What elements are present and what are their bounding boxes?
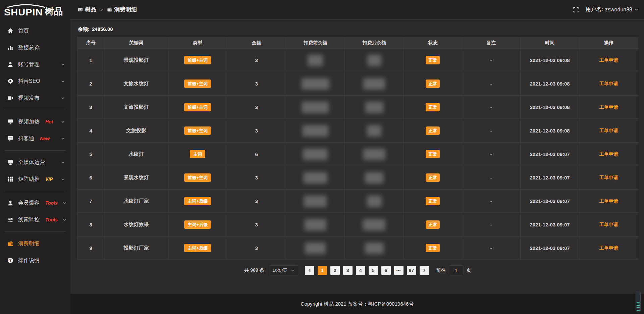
type-badge: 前缀+主词: [184, 103, 211, 111]
breadcrumb-root-label: 树品: [85, 6, 96, 13]
type-badge: 主词+后缀: [184, 220, 211, 229]
user-icon: [7, 61, 13, 67]
app-square-icon: [78, 7, 83, 12]
work-order-link[interactable]: 工单申请: [599, 57, 618, 63]
sidebar-item-badge: Tools: [45, 217, 58, 222]
cell-pre-balance: [286, 166, 345, 190]
table-row: 3 文旅投影灯 前缀+主词 3 正常 - 2021-12-03 09:08 工单…: [77, 96, 638, 119]
grid-icon: [7, 176, 13, 182]
sidebar-item-account-manage[interactable]: 账号管理: [0, 56, 70, 73]
breadcrumb-root[interactable]: 树品: [78, 6, 96, 13]
work-order-link[interactable]: 工单申请: [599, 198, 618, 204]
sidebar-item-data-overview[interactable]: 数据总览: [0, 39, 70, 56]
goto-page-input[interactable]: [449, 265, 464, 275]
sidebar-item-home[interactable]: 首页: [0, 22, 70, 39]
chevron-down-icon: [62, 218, 67, 222]
cell-time: 2021-12-03 09:07: [520, 213, 579, 237]
cell-time: 2021-12-03 09:07: [520, 166, 579, 190]
masked-value: [302, 102, 329, 113]
masked-value: [308, 55, 323, 66]
page-button[interactable]: 4: [356, 266, 365, 275]
page-button[interactable]: 97: [407, 266, 416, 275]
cell-keyword: 景观水纹灯: [104, 166, 168, 190]
cell-keyword: 景观投影灯: [104, 49, 168, 72]
page-button-active[interactable]: 1: [318, 266, 327, 275]
sidebar-item-label: 抖客通: [18, 135, 34, 142]
sidebar-item-label: 会员爆客: [18, 200, 40, 207]
sidebar-item-consume-detail[interactable]: 消费明细: [0, 235, 70, 252]
chat-icon: [7, 136, 13, 142]
content: 余额: 24856.00 序号关键词类型金额扣费前余额扣费后余额状态备注时间操作…: [70, 26, 644, 275]
breadcrumb-current[interactable]: 消费明细: [107, 6, 137, 13]
sidebar-item-member-baoke[interactable]: 会员爆客 Tools: [0, 195, 70, 211]
masked-value: [365, 243, 384, 254]
breadcrumb-current-label: 消费明细: [114, 6, 137, 13]
cell-amount: 3: [227, 190, 286, 213]
status-badge: 正常: [426, 150, 440, 158]
type-badge: 前缀+主词: [184, 126, 211, 135]
table-row: 8 水纹灯效果 主词+后缀 3 正常 - 2021-12-03 09:07 工单…: [77, 213, 638, 237]
app-logo[interactable]: SHUPIN 树品: [0, 0, 70, 19]
cell-keyword: 水纹灯厂家: [104, 190, 168, 213]
sidebar-item-clue-monitor[interactable]: 线索监控 Tools: [0, 211, 70, 228]
member-icon: [7, 200, 13, 206]
consumption-table: 序号关键词类型金额扣费前余额扣费后余额状态备注时间操作 1 景观投影灯 前缀+主…: [77, 37, 638, 260]
work-order-link[interactable]: 工单申请: [599, 245, 618, 251]
home-icon: [7, 28, 13, 34]
sidebar-item-video-heat[interactable]: 视频加热 Hot: [0, 113, 70, 130]
pagination: 共 969 条 10条/页 123456•••97 前往 页: [77, 265, 638, 275]
cell-post-balance: [345, 237, 404, 260]
column-header: 备注: [462, 37, 520, 49]
more-pages-button[interactable]: •••: [394, 266, 404, 275]
page-button[interactable]: 3: [343, 266, 353, 275]
sidebar-item-label: 抖音SEO: [18, 78, 40, 85]
sidebar-item-label: 数据总览: [18, 44, 40, 51]
masked-value: [302, 78, 329, 90]
floating-widget[interactable]: [636, 291, 641, 312]
next-page-button[interactable]: [420, 266, 429, 275]
chevron-down-icon: [61, 79, 65, 84]
user-menu[interactable]: 用户名: zswodun88: [586, 6, 639, 13]
work-order-link[interactable]: 工单申请: [599, 175, 618, 180]
column-header: 时间: [520, 37, 579, 49]
cell-index: 5: [77, 143, 104, 166]
page-button[interactable]: 6: [381, 266, 391, 275]
cell-remark: -: [462, 213, 520, 237]
column-header: 状态: [404, 37, 462, 49]
sidebar-item-label: 账号管理: [18, 61, 40, 68]
work-order-link[interactable]: 工单申请: [599, 81, 618, 86]
cell-post-balance: [345, 49, 404, 72]
cell-post-balance: [345, 166, 404, 190]
sidebar-item-douyin-seo[interactable]: 抖音SEO: [0, 73, 70, 90]
type-badge: 前缀+主词: [184, 56, 211, 64]
masked-value: [363, 78, 385, 90]
cell-amount: 3: [227, 72, 286, 96]
page-button[interactable]: 5: [369, 266, 378, 275]
prev-page-button[interactable]: [305, 266, 314, 275]
masked-value: [367, 196, 382, 207]
cell-keyword: 水纹灯效果: [104, 213, 168, 237]
goto-label: 前往: [436, 267, 446, 273]
page-size-select[interactable]: 10条/页: [269, 265, 298, 275]
sidebar-item-label: 消费明细: [18, 240, 40, 247]
screen-icon: [7, 119, 13, 125]
cell-index: 1: [77, 49, 104, 72]
sidebar-item-instructions[interactable]: ? 操作说明: [0, 252, 70, 269]
sidebar-item-video-publish[interactable]: 视频发布: [0, 90, 70, 106]
work-order-link[interactable]: 工单申请: [599, 222, 618, 227]
work-order-link[interactable]: 工单申请: [599, 128, 618, 133]
work-order-link[interactable]: 工单申请: [599, 151, 618, 157]
fullscreen-icon[interactable]: [573, 7, 579, 13]
cell-index: 4: [77, 119, 104, 143]
table-row: 7 水纹灯厂家 主词+后缀 3 正常 - 2021-12-03 09:07 工单…: [77, 190, 638, 213]
main-area: 树品 > 消费明细 用户名: zswodun88 余额: 24856.: [70, 0, 644, 314]
page-button[interactable]: 2: [330, 266, 340, 275]
sidebar-item-matrix-boost[interactable]: 矩阵助推 VIP: [0, 171, 70, 188]
masked-value: [365, 102, 383, 113]
work-order-link[interactable]: 工单申请: [599, 104, 618, 110]
sidebar-item-doukeotong[interactable]: 抖客通 New: [0, 130, 70, 147]
sidebar-item-media-operation[interactable]: 全媒体运营: [0, 154, 70, 171]
sidebar-divider: [5, 150, 66, 151]
cell-remark: -: [462, 143, 520, 166]
cell-post-balance: [345, 96, 404, 119]
